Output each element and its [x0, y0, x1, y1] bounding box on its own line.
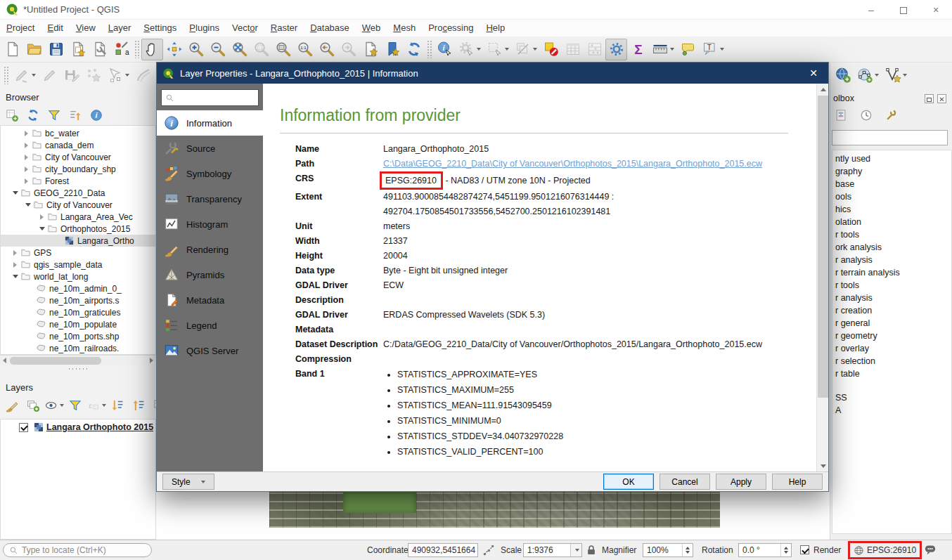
expand-closed-icon[interactable] — [22, 143, 31, 148]
text-annotation-button[interactable]: T — [699, 39, 727, 60]
zoom-next-button[interactable] — [337, 39, 359, 60]
options-gear-button[interactable] — [605, 39, 627, 60]
scroll-down-icon[interactable] — [817, 460, 829, 471]
tree-item-gps[interactable]: GPS — [1, 247, 155, 259]
measure-button[interactable] — [649, 39, 677, 60]
expand-open-icon[interactable] — [23, 203, 32, 207]
expand-closed-icon[interactable] — [22, 167, 31, 172]
toolbox-group-item[interactable]: hics — [832, 203, 951, 216]
tree-item-geog-2210-data[interactable]: GEOG_2210_Data — [1, 187, 155, 199]
toolbox-group-item[interactable]: ork analysis — [832, 241, 951, 254]
style-dropdown-button[interactable]: Style — [162, 474, 214, 490]
tab-symbology[interactable]: Symbology — [157, 161, 263, 186]
menu-item-vector[interactable]: Vector — [226, 20, 264, 37]
open-layer-styling-button[interactable] — [3, 396, 21, 415]
statistics-sigma-button[interactable]: Σ — [627, 39, 649, 60]
deselect-features-button[interactable] — [512, 39, 540, 60]
digitize-points-button[interactable] — [82, 65, 104, 86]
toolbox-models-button[interactable] — [832, 106, 850, 124]
toolbox-group-item[interactable]: r tools — [832, 228, 951, 241]
rotation-spinbox[interactable]: 0.0 ° — [738, 543, 792, 557]
tab-rendering[interactable]: Rendering — [157, 237, 263, 262]
crs-status-button[interactable]: EPSG:26910 — [848, 541, 922, 559]
collapse-all-button[interactable] — [66, 106, 84, 124]
menu-item-plugins[interactable]: Plugins — [183, 20, 226, 37]
expand-closed-icon[interactable] — [22, 155, 31, 160]
tab-metadata[interactable]: Metadata — [157, 287, 263, 313]
tree-item-langara-ortho[interactable]: Langara_Ortho — [1, 235, 155, 247]
scale-dropdown-icon[interactable] — [570, 544, 581, 556]
zoom-to-selection-button[interactable] — [250, 39, 272, 60]
field-calculator-button[interactable] — [584, 39, 605, 60]
expand-closed-icon[interactable] — [22, 178, 31, 184]
add-group-button[interactable] — [24, 396, 42, 415]
filter-browser-button[interactable] — [45, 106, 63, 124]
toolbox-group-item[interactable]: r analysis — [832, 254, 951, 266]
topology-checker-button[interactable] — [854, 64, 882, 86]
tree-item-ne-10m-railroads-[interactable]: ne_10m_railroads. — [1, 342, 155, 354]
browser-horizontal-scrollbar[interactable] — [0, 355, 156, 365]
toolbox-search-input[interactable] — [832, 130, 948, 145]
filter-expression-button[interactable]: ε — [87, 396, 105, 415]
toolbox-history-button[interactable] — [857, 106, 875, 124]
new-print-layout-button[interactable] — [67, 39, 89, 60]
vertex-tool-button[interactable] — [104, 65, 132, 86]
save-edits-button[interactable] — [60, 65, 82, 86]
show-bookmarks-button[interactable] — [381, 39, 403, 60]
expand-all-button[interactable] — [108, 396, 127, 415]
tab-legend[interactable]: Legend — [157, 313, 263, 338]
menu-item-mesh[interactable]: Mesh — [387, 20, 422, 37]
dialog-search-field[interactable] — [177, 93, 255, 103]
menu-item-processing[interactable]: Processing — [422, 20, 480, 37]
refresh-button[interactable] — [403, 39, 425, 60]
expand-open-icon[interactable] — [37, 227, 46, 230]
extent-tracking-icon[interactable] — [482, 544, 495, 556]
expand-open-icon[interactable] — [11, 191, 20, 195]
tree-item-forest[interactable]: Forest — [1, 175, 155, 187]
select-by-value-button[interactable] — [540, 39, 562, 60]
expand-closed-icon[interactable] — [11, 250, 20, 256]
zoom-native-button[interactable]: 1:1 — [294, 39, 316, 60]
toolbox-group-item[interactable]: r general — [832, 317, 951, 330]
path-link[interactable]: C:\Data\GEOG_2210_Data\City of Vancouver… — [383, 159, 762, 169]
map-tips-button[interactable] — [677, 39, 699, 60]
minimize-button[interactable]: – — [855, 0, 887, 20]
locator-search[interactable] — [3, 543, 152, 557]
expand-closed-icon[interactable] — [22, 131, 31, 136]
toolbox-group-item[interactable]: r table — [832, 367, 951, 380]
style-manager-button[interactable]: a — [110, 39, 132, 60]
virtual-layer-button[interactable] — [882, 64, 910, 86]
panel-float-button[interactable] — [925, 94, 934, 103]
tab-transparency[interactable]: Transparency — [157, 186, 263, 211]
filter-legend-button[interactable] — [66, 396, 84, 415]
tab-pyramids[interactable]: Pyramids — [157, 262, 263, 287]
toolbox-group-item[interactable]: r terrain analysis — [832, 266, 951, 279]
zoom-full-button[interactable] — [229, 39, 250, 60]
maximize-button[interactable] — [887, 0, 920, 20]
toolbox-group-item[interactable]: r analysis — [832, 292, 951, 304]
open-project-button[interactable] — [23, 39, 45, 60]
tree-item-bc-water[interactable]: bc_water — [1, 127, 155, 139]
new-bookmark-button[interactable] — [359, 39, 381, 60]
tree-item-city-boundary-shp[interactable]: city_boundary_shp — [1, 163, 155, 175]
toolbox-group-item[interactable]: r tools — [832, 279, 951, 292]
refresh-browser-button[interactable] — [24, 106, 42, 124]
tree-item-orthophotos-2015[interactable]: Orthophotos_2015 — [1, 223, 155, 235]
toolbox-group-item[interactable]: r geometry — [832, 330, 951, 342]
menu-item-help[interactable]: Help — [480, 20, 511, 37]
rotation-spin-arrows[interactable] — [780, 544, 790, 556]
apply-button[interactable]: Apply — [716, 474, 766, 490]
dialog-search-input[interactable] — [161, 89, 259, 106]
expand-open-icon[interactable] — [11, 275, 20, 278]
map-canvas[interactable] — [156, 492, 868, 540]
scrollbar-thumb[interactable] — [818, 96, 828, 398]
tab-source[interactable]: Source — [157, 136, 263, 161]
scrollbar-thumb[interactable] — [10, 357, 101, 365]
coordinate-box[interactable]: 490932,5451664 — [408, 543, 478, 557]
scale-combo[interactable]: 1:9376 — [523, 543, 582, 557]
toolbox-group-item[interactable]: ntly used — [832, 152, 951, 165]
scroll-left-icon[interactable] — [3, 358, 6, 363]
attribute-table-button[interactable] — [562, 39, 584, 60]
tree-item-qgis-sample-data[interactable]: qgis_sample_data — [1, 259, 155, 271]
menu-item-raster[interactable]: Raster — [264, 20, 304, 37]
